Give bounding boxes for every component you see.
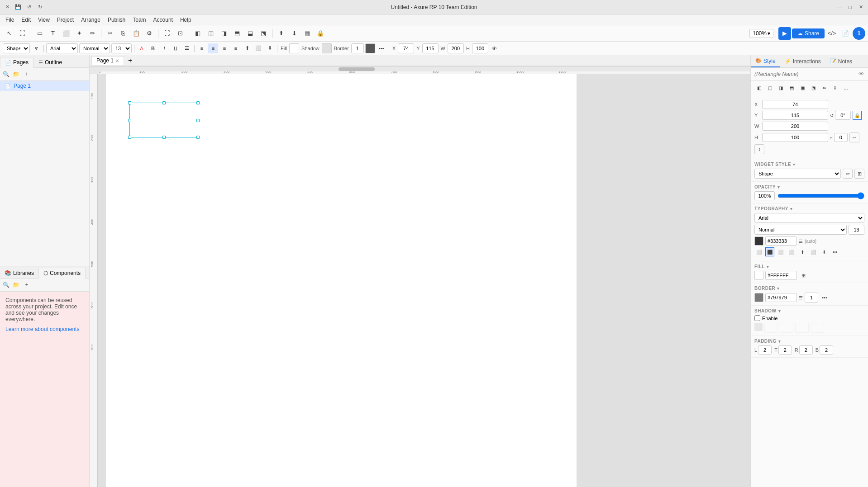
tab-outline[interactable]: ☰ Outline <box>33 57 67 67</box>
resize-handle-br[interactable] <box>196 136 200 139</box>
menu-arrange[interactable]: Arrange <box>77 16 104 24</box>
format-icon[interactable]: ⚙ <box>143 27 156 40</box>
shape-type-select[interactable]: Shape <box>3 43 30 53</box>
canvas-work-area[interactable] <box>98 74 750 487</box>
rotate-input[interactable] <box>835 111 851 120</box>
text-right-btn[interactable]: ⬜ <box>776 247 785 256</box>
component-tool[interactable]: ✦ <box>73 27 86 40</box>
align-middle-btn[interactable]: ▣ <box>798 83 807 92</box>
text-more-btn[interactable]: ••• <box>830 247 839 256</box>
pages-new-page-btn[interactable]: + <box>22 70 31 79</box>
text-valign-top-btn[interactable]: ⬆ <box>798 247 807 256</box>
align-right-btn[interactable]: ◨ <box>776 83 785 92</box>
fill-color-btn[interactable] <box>289 43 299 53</box>
align-text-justify-icon[interactable]: ≡ <box>231 43 241 53</box>
y-input[interactable]: 115 <box>422 43 439 53</box>
align-left-btn[interactable]: ◧ <box>754 83 763 92</box>
page-item-1[interactable]: 📄 Page 1 <box>0 81 89 91</box>
doc-button[interactable]: 📄 <box>839 27 852 40</box>
lock-aspect-btn[interactable]: 🔒 <box>853 111 862 120</box>
connect-tool[interactable]: ⛶ <box>16 27 29 40</box>
padding-b-input[interactable]: 2 <box>820 345 833 355</box>
lib-new-folder-btn[interactable]: 📁 <box>11 280 20 289</box>
widget-name-input[interactable] <box>754 71 858 77</box>
fill-gradient-btn[interactable]: ⊞ <box>799 271 808 280</box>
text-left-btn[interactable]: ⬜ <box>754 247 763 256</box>
font-color-icon[interactable]: A <box>137 43 147 53</box>
border-width-field[interactable]: 1 <box>805 293 818 303</box>
x-position-input[interactable]: 74 <box>762 100 828 109</box>
align-middle-icon[interactable]: ⬓ <box>244 27 257 40</box>
resize-handle-mr[interactable] <box>196 119 200 122</box>
padding-r-input[interactable]: 2 <box>799 345 813 355</box>
text-tool[interactable]: T <box>47 27 59 40</box>
align-center-btn[interactable]: ◫ <box>765 83 774 92</box>
pen-tool[interactable]: ✏ <box>86 27 99 40</box>
share-button[interactable]: ☁ Share <box>792 28 825 38</box>
zoom-control[interactable]: 100% ▾ <box>749 29 773 38</box>
minimize-icon[interactable]: — <box>835 4 843 11</box>
more-align-btn[interactable]: … <box>841 83 850 92</box>
border-style-icon[interactable]: ••• <box>377 43 386 53</box>
redo-icon[interactable]: ↻ <box>36 4 43 11</box>
resize-handle-bc[interactable] <box>162 136 166 139</box>
align-left-icon[interactable]: ◧ <box>191 27 204 40</box>
border-width-input[interactable] <box>351 43 364 53</box>
fill-hex-input[interactable]: #FFFFFF <box>765 271 797 280</box>
hscroll-thumb[interactable] <box>339 67 375 71</box>
bold-icon[interactable]: B <box>148 43 158 53</box>
paste-icon[interactable]: 📋 <box>130 27 143 40</box>
align-right-icon[interactable]: ◨ <box>218 27 230 40</box>
shape-lock-icon[interactable]: ⛛ <box>31 43 41 53</box>
border-color-btn[interactable] <box>365 43 375 53</box>
distribute-v-btn[interactable]: ⇕ <box>830 83 839 92</box>
typography-hex-input[interactable]: #333333 <box>765 236 797 246</box>
menu-view[interactable]: View <box>34 16 53 24</box>
align-top-btn[interactable]: ⬒ <box>787 83 796 92</box>
menu-edit[interactable]: Edit <box>18 16 34 24</box>
tab-pages[interactable]: 📄 Pages <box>0 57 33 68</box>
typography-font-select[interactable]: Arial <box>754 213 864 223</box>
resize-handle-tc[interactable] <box>162 101 166 104</box>
selected-rectangle[interactable] <box>129 103 198 137</box>
menu-publish[interactable]: Publish <box>104 16 129 24</box>
valign-middle-icon[interactable]: ⬜ <box>253 43 263 53</box>
canvas-page-tab-close-icon[interactable]: ✕ <box>115 58 119 63</box>
tab-style[interactable]: 🎨 Style <box>751 55 780 67</box>
border-hex-input[interactable]: #797979 <box>765 293 797 302</box>
resize-handle-tr[interactable] <box>196 101 200 104</box>
font-family-select[interactable]: Arial <box>46 43 78 53</box>
h-input[interactable]: 100 <box>472 43 488 53</box>
resize-handle-ml[interactable] <box>128 119 131 122</box>
select-tool[interactable]: ↖ <box>3 27 15 40</box>
tab-interactions[interactable]: ⚡ Interactions <box>780 55 825 67</box>
close-window-icon[interactable]: ✕ <box>857 4 864 11</box>
copy-icon[interactable]: ⎘ <box>117 27 129 40</box>
y-position-input[interactable]: 115 <box>762 111 828 120</box>
typography-color-btn[interactable] <box>754 236 763 246</box>
user-avatar[interactable]: 1 <box>853 27 865 40</box>
opacity-slider[interactable] <box>777 192 864 199</box>
visibility-icon[interactable]: 👁 <box>490 43 500 53</box>
w-size-input[interactable]: 200 <box>762 122 828 131</box>
valign-bottom-icon[interactable]: ⬇ <box>265 43 275 53</box>
send-back-icon[interactable]: ⬇ <box>288 27 300 40</box>
x-input[interactable]: 74 <box>398 43 414 53</box>
border-more-btn[interactable]: ••• <box>820 293 829 302</box>
h-size-input[interactable]: 100 <box>762 133 828 142</box>
widget-style-edit-btn[interactable]: ✏ <box>843 169 853 179</box>
underline-icon[interactable]: U <box>171 43 181 53</box>
font-size-select[interactable]: 13 <box>111 43 132 53</box>
pages-new-folder-btn[interactable]: 📁 <box>11 70 20 79</box>
text-center-btn[interactable]: ⬛ <box>765 247 774 256</box>
canvas[interactable]: 0 100 200 300 400 500 600 700 800 900 10… <box>90 66 750 487</box>
canvas-page-add-btn[interactable]: + <box>124 56 136 65</box>
save-icon[interactable]: 💾 <box>14 4 22 11</box>
fitpage-icon[interactable]: ⊡ <box>174 27 186 40</box>
align-top-icon[interactable]: ⬒ <box>231 27 243 40</box>
align-center-icon[interactable]: ◫ <box>205 27 217 40</box>
code-view-button[interactable]: </> <box>825 27 838 40</box>
widget-style-select[interactable]: Shape <box>754 169 841 179</box>
fullscreen-icon[interactable]: ⛶ <box>161 27 173 40</box>
resize-handle-tl[interactable] <box>128 101 131 104</box>
